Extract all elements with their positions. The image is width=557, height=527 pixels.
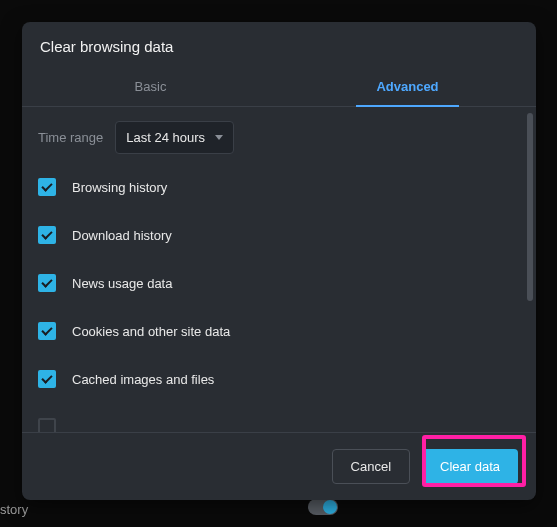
- tab-basic[interactable]: Basic: [22, 69, 279, 106]
- chevron-down-icon: [215, 135, 223, 140]
- time-range-dropdown[interactable]: Last 24 hours: [115, 121, 234, 154]
- checkbox-cookies[interactable]: [38, 322, 56, 340]
- dialog-title: Clear browsing data: [22, 22, 536, 69]
- dialog-footer: Cancel Clear data: [22, 432, 536, 500]
- checkbox-cached-images[interactable]: [38, 370, 56, 388]
- item-label: Browsing history: [72, 180, 167, 195]
- tab-bar: Basic Advanced: [22, 69, 536, 107]
- check-icon: [41, 180, 52, 191]
- clear-data-button[interactable]: Clear data: [422, 449, 518, 484]
- list-item: News usage data: [38, 274, 511, 292]
- checkbox-passwords[interactable]: [38, 418, 56, 432]
- list-item: Cookies and other site data: [38, 322, 511, 340]
- check-icon: [41, 372, 52, 383]
- item-label: Download history: [72, 228, 172, 243]
- checkbox-browsing-history[interactable]: [38, 178, 56, 196]
- scrollbar-thumb[interactable]: [527, 113, 533, 301]
- item-label: Cached images and files: [72, 372, 214, 387]
- time-range-value: Last 24 hours: [126, 130, 205, 145]
- background-toggle[interactable]: [308, 499, 338, 515]
- item-label: Cookies and other site data: [72, 324, 230, 339]
- checkbox-news-usage[interactable]: [38, 274, 56, 292]
- check-icon: [41, 228, 52, 239]
- dialog-body: Time range Last 24 hours Browsing histor…: [22, 107, 536, 432]
- clear-browsing-data-dialog: Clear browsing data Basic Advanced Time …: [22, 22, 536, 500]
- scrollbar[interactable]: [527, 113, 533, 426]
- cancel-button[interactable]: Cancel: [332, 449, 410, 484]
- list-item: Browsing history: [38, 178, 511, 196]
- list-item: Cached images and files: [38, 370, 511, 388]
- background-text-fragment: story: [0, 502, 28, 517]
- tab-advanced[interactable]: Advanced: [279, 69, 536, 106]
- check-icon: [41, 324, 52, 335]
- list-item: Download history: [38, 226, 511, 244]
- list-item-cutoff: [38, 418, 511, 432]
- scroll-content: Time range Last 24 hours Browsing histor…: [22, 107, 527, 432]
- check-icon: [41, 276, 52, 287]
- item-label: News usage data: [72, 276, 172, 291]
- checkbox-download-history[interactable]: [38, 226, 56, 244]
- time-range-label: Time range: [38, 130, 103, 145]
- time-range-row: Time range Last 24 hours: [38, 121, 511, 154]
